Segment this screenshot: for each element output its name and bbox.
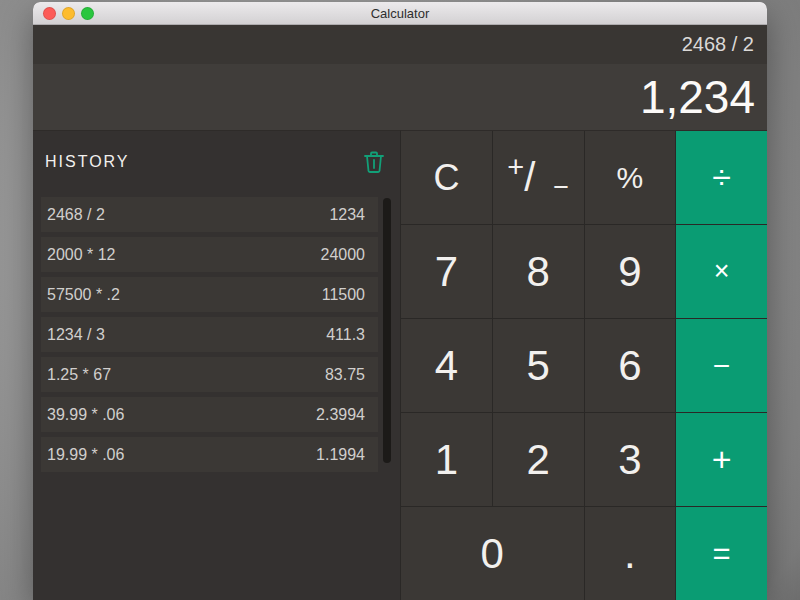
key-6[interactable]: 6	[585, 319, 676, 412]
key-label: 0	[447, 530, 538, 578]
history-result: 411.3	[326, 326, 365, 344]
key-label: ×	[714, 256, 730, 287]
main-area: HISTORY 2468 / 212342000 * 122400057500 …	[33, 130, 767, 600]
plus-minus-glyph: +/−	[507, 154, 569, 202]
key-label: 1	[435, 436, 458, 484]
key-subtract[interactable]: −	[676, 319, 767, 412]
history-list: 2468 / 212342000 * 122400057500 * .21150…	[33, 192, 400, 477]
window-title: Calculator	[33, 6, 767, 21]
key-add[interactable]: +	[676, 413, 767, 506]
key-4[interactable]: 4	[401, 319, 492, 412]
history-result: 2.3994	[316, 406, 365, 424]
key-label: 3	[618, 436, 641, 484]
key-label: 8	[526, 248, 549, 296]
key-label: 5	[526, 342, 549, 390]
calculator-window: Calculator 2468 / 2 1,234 HISTORY 2468 /…	[33, 2, 767, 600]
key-label: 6	[618, 342, 641, 390]
history-result: 1234	[329, 206, 365, 224]
key-3[interactable]: 3	[585, 413, 676, 506]
key-label: C	[433, 157, 459, 199]
history-expression: 2000 * 12	[47, 246, 116, 264]
key-decimal[interactable]: .	[585, 507, 676, 600]
clear-history-button[interactable]	[362, 149, 386, 175]
key-label: .	[624, 530, 636, 578]
key-equals[interactable]: =	[676, 507, 767, 600]
history-row[interactable]: 2468 / 21234	[41, 197, 378, 232]
key-5[interactable]: 5	[493, 319, 584, 412]
key-label: −	[713, 349, 731, 383]
history-row[interactable]: 1234 / 3411.3	[41, 317, 378, 352]
result-text: 1,234	[640, 70, 755, 124]
key-7[interactable]: 7	[401, 225, 492, 318]
key-8[interactable]: 8	[493, 225, 584, 318]
history-expression: 2468 / 2	[47, 206, 105, 224]
expression-display: 2468 / 2	[33, 25, 767, 64]
history-expression: 1234 / 3	[47, 326, 105, 344]
key-9[interactable]: 9	[585, 225, 676, 318]
history-row[interactable]: 1.25 * 6783.75	[41, 357, 378, 392]
key-label: ÷	[712, 158, 731, 197]
history-scrollbar[interactable]	[383, 198, 391, 463]
key-label: 4	[435, 342, 458, 390]
key-plus-minus[interactable]: +/−	[493, 131, 584, 224]
key-label: 2	[526, 436, 549, 484]
history-result: 1.1994	[316, 446, 365, 464]
history-result: 83.75	[325, 366, 365, 384]
result-display: 1,234	[33, 64, 767, 130]
history-expression: 1.25 * 67	[47, 366, 111, 384]
history-row[interactable]: 19.99 * .061.1994	[41, 437, 378, 472]
key-divide[interactable]: ÷	[676, 131, 767, 224]
history-expression: 39.99 * .06	[47, 406, 124, 424]
trash-icon	[363, 150, 385, 174]
key-clear[interactable]: C	[401, 131, 492, 224]
history-expression: 19.99 * .06	[47, 446, 124, 464]
history-row[interactable]: 39.99 * .062.3994	[41, 397, 378, 432]
history-result: 24000	[321, 246, 366, 264]
key-0[interactable]: 0	[401, 507, 584, 600]
history-panel: HISTORY 2468 / 212342000 * 122400057500 …	[33, 130, 400, 600]
key-label: +	[712, 440, 732, 479]
key-multiply[interactable]: ×	[676, 225, 767, 318]
key-1[interactable]: 1	[401, 413, 492, 506]
history-row[interactable]: 2000 * 1224000	[41, 237, 378, 272]
key-label: 7	[435, 248, 458, 296]
key-label: %	[617, 161, 644, 195]
keypad: C+/−%÷789×456−123+0.=	[400, 130, 767, 600]
key-percent[interactable]: %	[585, 131, 676, 224]
titlebar: Calculator	[33, 2, 767, 25]
history-title: HISTORY	[45, 153, 130, 171]
key-2[interactable]: 2	[493, 413, 584, 506]
key-label: 9	[618, 248, 641, 296]
history-result: 11500	[322, 286, 365, 304]
history-row[interactable]: 57500 * .211500	[41, 277, 378, 312]
key-label: =	[713, 536, 731, 572]
history-expression: 57500 * .2	[47, 286, 120, 304]
expression-text: 2468 / 2	[682, 33, 754, 56]
history-header: HISTORY	[33, 131, 400, 192]
